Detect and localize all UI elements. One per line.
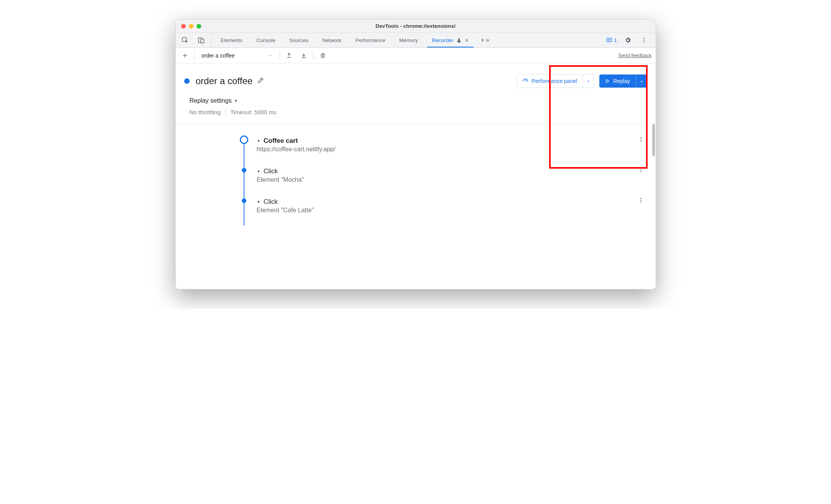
step-list: Coffee cart https://coffee-cart.netlify.… — [240, 134, 646, 225]
edit-title-button[interactable] — [257, 77, 264, 85]
step-marker-dot — [242, 168, 246, 173]
step-marker-start — [240, 135, 248, 144]
recorder-toolbar: order a coffee Send feedback — [176, 48, 656, 63]
svg-point-13 — [640, 198, 641, 199]
tabs-bar: Elements Console Sources Network Perform… — [176, 33, 656, 48]
scrollbar-thumb[interactable] — [652, 124, 655, 156]
devtools-window: DevTools - chrome://extensions/ Elements… — [175, 19, 656, 289]
svg-point-5 — [643, 40, 644, 41]
replay-settings-section: Replay settings No throttling Timeout: 5… — [176, 94, 656, 124]
recorder-content: order a coffee Performance panel — [176, 63, 656, 289]
performance-panel-dropdown[interactable] — [583, 74, 594, 88]
svg-rect-3 — [607, 38, 612, 42]
svg-point-8 — [640, 139, 641, 140]
traffic-lights — [176, 24, 201, 29]
recording-title: order a coffee — [196, 76, 253, 86]
tab-console[interactable]: Console — [249, 33, 283, 47]
svg-point-7 — [640, 137, 641, 138]
step-title: Click — [264, 198, 278, 206]
replay-settings-toggle[interactable]: Replay settings — [190, 97, 642, 104]
step-title: Click — [264, 167, 278, 175]
issues-count: 1 — [614, 37, 617, 43]
tab-recorder[interactable]: Recorder — [425, 33, 476, 47]
chevron-down-icon — [586, 79, 590, 83]
svg-point-14 — [640, 200, 641, 201]
step-item[interactable]: Click Element "Mocha" — [240, 164, 646, 195]
step-subtitle: Element "Cafe Latte" — [257, 207, 314, 214]
step-more-button[interactable] — [638, 136, 644, 144]
caret-right-icon — [257, 169, 261, 173]
recording-name: order a coffee — [202, 52, 235, 59]
device-toggle-icon[interactable] — [196, 35, 207, 46]
performance-panel-button-group: Performance panel — [516, 74, 594, 88]
window-title: DevTools - chrome://extensions/ — [176, 23, 656, 29]
issues-badge[interactable]: 1 — [606, 37, 617, 43]
caret-right-icon — [257, 200, 261, 204]
divider — [194, 51, 195, 60]
gauge-icon — [522, 78, 529, 85]
throttling-value: No throttling — [190, 109, 221, 115]
tab-performance[interactable]: Performance — [348, 33, 392, 47]
recording-dropdown[interactable]: order a coffee — [198, 52, 276, 59]
tab-memory[interactable]: Memory — [392, 33, 425, 47]
svg-rect-2 — [201, 39, 204, 43]
tab-group: Elements Console Sources Network Perform… — [212, 33, 606, 47]
close-window-button[interactable] — [181, 24, 186, 29]
svg-point-6 — [643, 41, 644, 42]
step-subtitle: Element "Mocha" — [257, 176, 304, 183]
tab-elements[interactable]: Elements — [214, 33, 249, 47]
replay-speed-dropdown[interactable] — [636, 74, 647, 88]
import-button[interactable] — [298, 50, 309, 61]
divider — [313, 51, 314, 60]
step-item[interactable]: Coffee cart https://coffee-cart.netlify.… — [240, 134, 646, 164]
svg-point-11 — [640, 169, 641, 171]
divider — [280, 51, 280, 60]
export-button[interactable] — [284, 50, 295, 61]
titlebar: DevTools - chrome://extensions/ — [176, 20, 656, 33]
performance-panel-button[interactable]: Performance panel — [517, 74, 583, 88]
recording-status-dot — [184, 78, 190, 84]
maximize-window-button[interactable] — [197, 24, 201, 29]
step-item[interactable]: Click Element "Cafe Latte" — [240, 195, 646, 225]
replay-button-group: Replay Normal (Default) — [599, 74, 647, 88]
svg-point-12 — [640, 171, 641, 172]
settings-gear-icon[interactable] — [622, 35, 633, 46]
step-more-button[interactable] — [638, 167, 644, 174]
chevron-up-icon — [639, 79, 644, 83]
send-feedback-link[interactable]: Send feedback — [618, 52, 652, 58]
flask-icon — [456, 38, 461, 43]
minimize-window-button[interactable] — [189, 24, 193, 29]
new-recording-button[interactable] — [180, 50, 190, 61]
inspect-element-icon[interactable] — [180, 35, 190, 46]
step-marker-dot — [242, 198, 246, 203]
timeout-value: Timeout: 5000 ms — [230, 109, 276, 115]
svg-point-15 — [640, 201, 641, 203]
steps-section: Coffee cart https://coffee-cart.netlify.… — [176, 124, 656, 225]
svg-point-9 — [640, 140, 641, 142]
tab-network[interactable]: Network — [315, 33, 349, 47]
tab-sources[interactable]: Sources — [282, 33, 315, 47]
divider — [225, 108, 226, 116]
caret-right-icon — [257, 139, 261, 143]
recording-header: order a coffee Performance panel — [176, 63, 656, 94]
play-icon — [605, 78, 610, 84]
kebab-menu-icon[interactable] — [639, 35, 650, 46]
chevron-down-icon — [268, 53, 273, 58]
close-tab-icon[interactable] — [465, 38, 469, 42]
delete-button[interactable] — [317, 50, 328, 61]
step-subtitle: https://coffee-cart.netlify.app/ — [257, 146, 336, 153]
replay-button[interactable]: Replay — [599, 74, 636, 88]
caret-right-icon — [234, 99, 238, 103]
svg-point-4 — [643, 38, 644, 39]
more-tabs-button[interactable]: » — [476, 33, 493, 47]
step-more-button[interactable] — [638, 197, 644, 205]
step-title: Coffee cart — [264, 137, 298, 145]
svg-point-10 — [640, 167, 641, 169]
